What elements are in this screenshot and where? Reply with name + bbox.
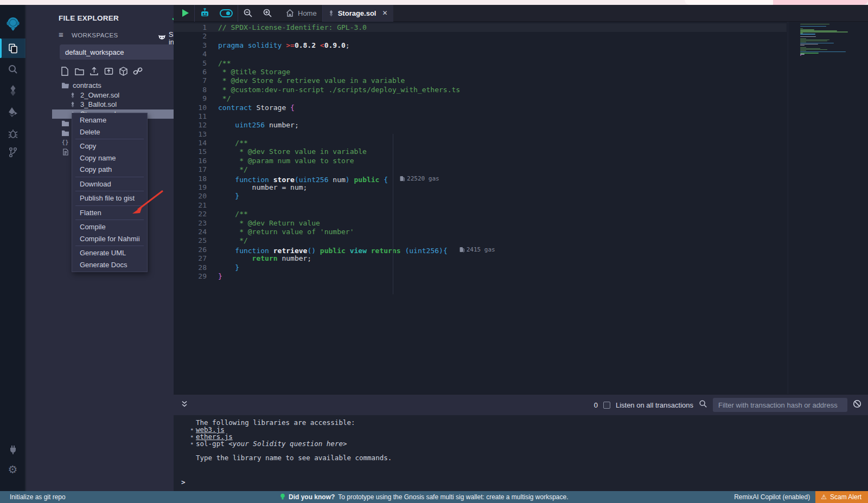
line-number: 8: [174, 86, 207, 94]
menu-item-rename[interactable]: Rename: [72, 114, 147, 126]
terminal-prompt[interactable]: >: [181, 479, 186, 486]
code-line-7: 7 * @dev Store & retrieve value in a var…: [174, 76, 868, 85]
copilot-status[interactable]: RemixAI Copilot (enabled): [734, 493, 810, 501]
menu-item-compile-for-nahmii[interactable]: Compile for Nahmii: [72, 233, 147, 245]
remix-ide-window: ⚙ FILE EXPLORER ✓ > ≡ WORKSPACES Sign in…: [0, 0, 868, 503]
cube-icon[interactable]: [118, 66, 128, 76]
line-number: 17: [174, 165, 207, 174]
file-explorer-icon[interactable]: [0, 39, 25, 57]
copilot-toggle-icon[interactable]: [215, 5, 238, 22]
line-number: 7: [174, 76, 207, 85]
tab-close-icon[interactable]: ✕: [382, 9, 387, 17]
menu-item-delete[interactable]: Delete: [72, 126, 147, 138]
github-icon: [158, 34, 166, 43]
menu-item-copy-path[interactable]: Copy path: [72, 164, 147, 176]
upload-file-icon[interactable]: [89, 66, 99, 76]
tree-item-label: 3_Ballot.sol: [80, 100, 117, 108]
code-lines: 1// SPDX-License-Identifier: GPL-3.023pr…: [174, 23, 868, 281]
code-line-4: 4: [174, 50, 868, 59]
workspace-select[interactable]: default_workspace ▲▼: [60, 44, 192, 60]
line-number: 21: [174, 201, 207, 210]
new-file-icon[interactable]: [60, 66, 69, 76]
code-line-8: 8 * @custom:dev-run-script ./scripts/dep…: [174, 86, 868, 94]
solidity-compiler-icon[interactable]: [0, 81, 25, 100]
ai-assistant-icon[interactable]: [195, 5, 215, 22]
code-editor[interactable]: 1// SPDX-License-Identifier: GPL-3.023pr…: [174, 22, 868, 394]
menu-item-copy-name[interactable]: Copy name: [72, 152, 147, 164]
menu-item-compile[interactable]: Compile: [72, 221, 147, 233]
plugin-manager-icon[interactable]: [0, 440, 25, 459]
debugger-icon[interactable]: [0, 125, 25, 143]
code-line-3: 3pragma solidity >=0.8.2 <0.9.0;: [174, 41, 868, 50]
menu-separator: [75, 177, 144, 177]
code-line-22: 22 /**: [174, 210, 868, 218]
line-number: 2: [174, 32, 207, 41]
hamburger-icon[interactable]: ≡: [59, 31, 67, 38]
tab-storage-label: Storage.sol: [338, 9, 376, 17]
zoom-in-icon[interactable]: [258, 5, 277, 22]
menu-separator: [75, 205, 144, 206]
menu-separator: [75, 220, 144, 220]
line-number: 20: [174, 192, 207, 201]
terminal-link-line[interactable]: •web3.js: [174, 426, 868, 433]
line-number: 27: [174, 254, 207, 263]
tree-item-label: contracts: [73, 81, 101, 89]
menu-item-copy[interactable]: Copy: [72, 140, 147, 152]
code-line-18: 18 function store(uint256 num) public {2…: [174, 175, 868, 183]
line-number: 5: [174, 59, 207, 68]
run-script-button[interactable]: [174, 5, 194, 22]
menu-item-generate-uml[interactable]: Generate UML: [72, 247, 147, 259]
menu-item-flatten[interactable]: Flatten: [72, 207, 147, 219]
listen-checkbox[interactable]: [603, 402, 610, 409]
menu-item-download[interactable]: Download: [72, 178, 147, 190]
upload-folder-icon[interactable]: [104, 66, 113, 76]
zoom-out-icon[interactable]: [238, 5, 258, 22]
settings-gear-icon[interactable]: ⚙: [0, 460, 25, 479]
workspace-selected-value: default_workspace: [65, 48, 124, 56]
solidity-icon: [68, 101, 77, 108]
terminal-search-icon[interactable]: [699, 399, 707, 410]
warning-icon: ⚠: [821, 493, 827, 501]
transaction-filter-input[interactable]: [713, 398, 847, 412]
terminal-line: The following libraries are accessible:: [174, 419, 868, 426]
folder-open-icon: [61, 82, 69, 89]
search-icon[interactable]: [0, 60, 25, 79]
menu-item-generate-docs[interactable]: Generate Docs: [72, 259, 147, 271]
menu-separator: [75, 246, 144, 246]
code-line-17: 17 */: [174, 165, 868, 174]
indent-guide: [393, 134, 393, 294]
browser-bubble: [685, 0, 777, 5]
link-icon[interactable]: [133, 66, 143, 76]
menu-separator: [75, 139, 144, 139]
terminal-output[interactable]: The following libraries are accessible:•…: [174, 415, 868, 491]
code-line-21: 21: [174, 201, 868, 210]
line-number: 28: [174, 263, 207, 272]
tab-home[interactable]: Home: [280, 5, 322, 22]
listen-label: Listen on all transactions: [616, 401, 693, 409]
code-line-1: 1// SPDX-License-Identifier: GPL-3.0: [174, 23, 787, 32]
transaction-count-badge: 0: [594, 401, 598, 409]
line-number: 29: [174, 272, 207, 281]
new-folder-icon[interactable]: [74, 66, 84, 76]
terminal-line: Type the library name to see available c…: [174, 454, 868, 461]
code-line-12: 12 uint256 number;: [174, 121, 868, 130]
tab-storage-sol[interactable]: Storage.sol ✕: [323, 5, 393, 22]
git-init-button[interactable]: Initialize as git repo: [10, 493, 66, 501]
file-icon: [61, 148, 69, 156]
tip-bold: Did you know?: [289, 493, 335, 501]
terminal-toolbar: 0 Listen on all transactions: [174, 394, 868, 415]
menu-item-publish-file-to-gist[interactable]: Publish file to gist: [72, 192, 147, 204]
clear-console-icon[interactable]: [853, 399, 861, 410]
remix-logo-icon[interactable]: [0, 15, 25, 33]
git-icon[interactable]: [0, 143, 25, 162]
browser-pink-badge: [773, 0, 868, 5]
gas-estimate-badge: 22520 gas: [400, 175, 439, 183]
code-line-16: 16 * @param num value to store: [174, 157, 868, 165]
code-line-9: 9 */: [174, 94, 868, 103]
scam-alert-button[interactable]: ⚠ Scam Alert: [815, 491, 868, 503]
minimap[interactable]: [800, 24, 863, 56]
code-line-20: 20 }: [174, 192, 868, 201]
code-line-13: 13: [174, 130, 868, 139]
deploy-run-icon[interactable]: [0, 103, 25, 121]
terminal-collapse-icon[interactable]: [181, 400, 188, 410]
